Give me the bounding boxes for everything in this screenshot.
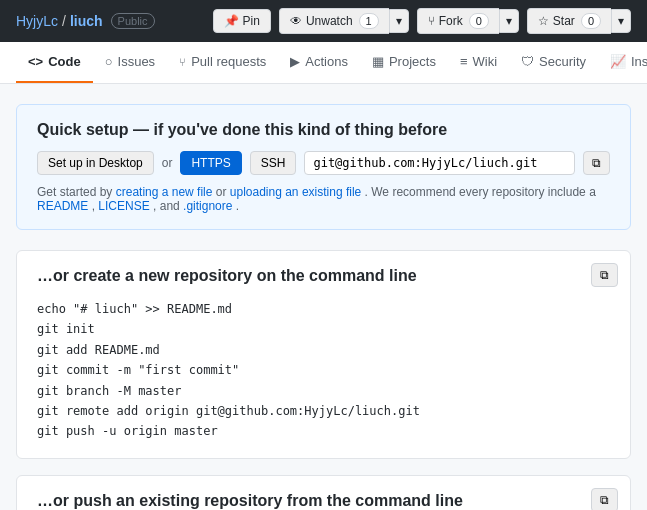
- ssh-button[interactable]: SSH: [250, 151, 297, 175]
- actions-icon: ▶: [290, 54, 300, 69]
- code-line: git add README.md: [37, 340, 610, 360]
- projects-icon: ▦: [372, 54, 384, 69]
- code-line: git remote add origin git@github.com:Hyj…: [37, 401, 610, 421]
- setup-hint: Get started by creating a new file or up…: [37, 185, 610, 213]
- create-repo-section: …or create a new repository on the comma…: [16, 250, 631, 459]
- or-label: or: [162, 156, 173, 170]
- repo-separator: /: [62, 13, 66, 29]
- fork-dropdown[interactable]: ▾: [499, 9, 519, 33]
- owner-link[interactable]: HyjyLc: [16, 13, 58, 29]
- star-button[interactable]: ☆ Star 0: [527, 8, 611, 34]
- star-icon: ☆: [538, 14, 549, 28]
- repo-link[interactable]: liuch: [70, 13, 103, 29]
- nav-item-projects[interactable]: ▦ Projects: [360, 42, 448, 83]
- create-repo-title: …or create a new repository on the comma…: [37, 267, 610, 285]
- create-file-link[interactable]: creating a new file: [116, 185, 213, 199]
- gitignore-link[interactable]: .gitignore: [183, 199, 232, 213]
- nav-item-security[interactable]: 🛡 Security: [509, 42, 598, 83]
- star-dropdown[interactable]: ▾: [611, 9, 631, 33]
- code-line: git commit -m "first commit": [37, 360, 610, 380]
- pin-button[interactable]: 📌 Pin: [213, 9, 271, 33]
- code-line: git init: [37, 319, 610, 339]
- wiki-icon: ≡: [460, 54, 468, 69]
- issues-icon: ○: [105, 54, 113, 69]
- unwatch-button[interactable]: 👁 Unwatch 1: [279, 8, 389, 34]
- visibility-badge: Public: [111, 13, 155, 29]
- https-button[interactable]: HTTPS: [180, 151, 241, 175]
- nav-bar: <> Code ○ Issues ⑂ Pull requests ▶ Actio…: [0, 42, 647, 84]
- create-repo-code: echo "# liuch" >> README.mdgit initgit a…: [37, 299, 610, 442]
- code-line: git push -u origin master: [37, 421, 610, 441]
- code-line: git branch -M master: [37, 381, 610, 401]
- setup-desktop-button[interactable]: Set up in Desktop: [37, 151, 154, 175]
- security-icon: 🛡: [521, 54, 534, 69]
- eye-icon: 👁: [290, 14, 302, 28]
- nav-item-code[interactable]: <> Code: [16, 42, 93, 83]
- code-line: echo "# liuch" >> README.md: [37, 299, 610, 319]
- pin-icon: 📌: [224, 14, 239, 28]
- push-repo-title: …or push an existing repository from the…: [37, 492, 610, 510]
- main-content: Quick setup — if you've done this kind o…: [0, 104, 647, 510]
- copy-section2-button[interactable]: ⧉: [591, 488, 618, 510]
- unwatch-dropdown[interactable]: ▾: [389, 9, 409, 33]
- quick-setup-section: Quick setup — if you've done this kind o…: [16, 104, 631, 230]
- nav-item-issues[interactable]: ○ Issues: [93, 42, 167, 83]
- quick-setup-title: Quick setup — if you've done this kind o…: [37, 121, 610, 139]
- repo-url-input[interactable]: [304, 151, 575, 175]
- nav-item-actions[interactable]: ▶ Actions: [278, 42, 360, 83]
- nav-item-insights[interactable]: 📈 Insights: [598, 42, 647, 83]
- code-icon: <>: [28, 54, 43, 69]
- repo-title: HyjyLc / liuch Public: [16, 13, 155, 29]
- upload-file-link[interactable]: uploading an existing file: [230, 185, 361, 199]
- readme-link[interactable]: README: [37, 199, 88, 213]
- nav-item-pull-requests[interactable]: ⑂ Pull requests: [167, 42, 278, 83]
- insights-icon: 📈: [610, 54, 626, 69]
- top-bar: HyjyLc / liuch Public 📌 Pin 👁 Unwatch 1 …: [0, 0, 647, 42]
- nav-item-wiki[interactable]: ≡ Wiki: [448, 42, 509, 83]
- push-repo-section: …or push an existing repository from the…: [16, 475, 631, 510]
- fork-icon: ⑂: [428, 14, 435, 28]
- setup-row: Set up in Desktop or HTTPS SSH ⧉: [37, 151, 610, 175]
- fork-button[interactable]: ⑂ Fork 0: [417, 8, 499, 34]
- copy-section1-button[interactable]: ⧉: [591, 263, 618, 287]
- license-link[interactable]: LICENSE: [98, 199, 149, 213]
- top-actions: 📌 Pin 👁 Unwatch 1 ▾ ⑂ Fork 0 ▾ ☆ Star 0: [213, 8, 631, 34]
- copy-url-button[interactable]: ⧉: [583, 151, 610, 175]
- pr-icon: ⑂: [179, 56, 186, 68]
